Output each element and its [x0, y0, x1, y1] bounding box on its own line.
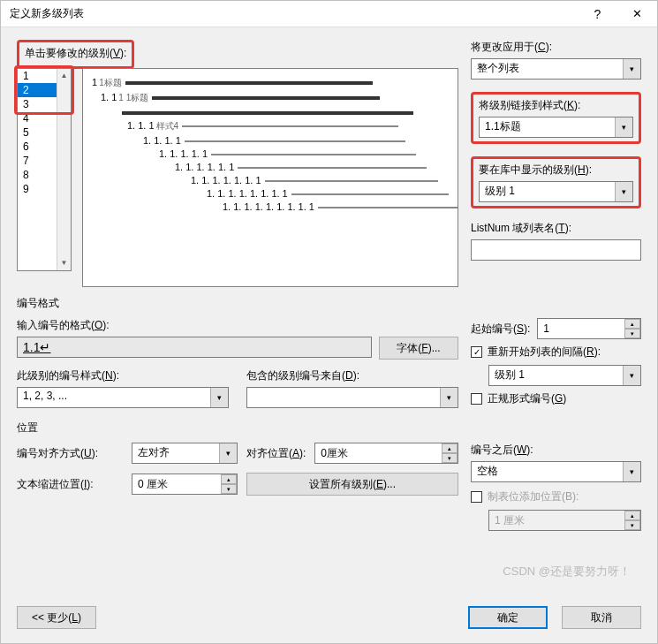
tab-stop-label: 制表位添加位置(B): [488, 489, 579, 504]
align-at-input[interactable] [314, 443, 458, 464]
restart-label: 重新开始列表的间隔(R): [488, 345, 601, 360]
number-style-select[interactable]: 1, 2, 3, ... [17, 387, 229, 408]
position-section-label: 位置 [17, 420, 641, 436]
chevron-down-icon[interactable]: ▾ [219, 443, 237, 463]
legal-label: 正规形式编号(G) [488, 391, 566, 406]
number-format-input[interactable] [17, 337, 372, 358]
text-indent-label: 文本缩进位置(I): [17, 477, 123, 492]
preview-line [92, 107, 449, 117]
preview-line: 1. 11 1标题 [92, 92, 449, 104]
level-listbox[interactable]: 123456789 ▲ ▼ [17, 68, 72, 271]
checkbox-icon [471, 393, 482, 405]
checkbox-icon [471, 491, 482, 503]
listnum-label: ListNum 域列表名(T): [471, 221, 641, 236]
preview-line: 1. 1. 1. 1. 1. 1. 1. 1. 1 [92, 201, 449, 212]
link-style-select[interactable]: 1.1标题 [479, 117, 633, 138]
dialog-define-multilevel-list: 定义新多级列表 ? ✕ 单击要修改的级别(V): 123456789 ▲ [0, 0, 658, 644]
chevron-down-icon[interactable]: ▾ [623, 366, 640, 385]
chevron-down-icon[interactable]: ▾ [615, 182, 632, 201]
dialog-title: 定义新多级列表 [10, 6, 578, 21]
click-level-label: 单击要修改的级别(V): [25, 46, 126, 61]
include-from-label: 包含的级别编号来自(D): [246, 368, 458, 383]
number-format-section-label: 编号格式 [17, 296, 641, 311]
number-style-label: 此级别的编号样式(N): [17, 368, 229, 383]
preview-line: 11标题 [92, 77, 449, 89]
chevron-down-icon[interactable]: ▾ [210, 388, 228, 407]
show-in-gallery-label: 要在库中显示的级别(H): [479, 163, 633, 178]
preview-line: 1. 1. 1. 1. 1. 1. 1 [92, 175, 449, 186]
legal-format-checkbox[interactable]: 正规形式编号(G) [471, 391, 641, 406]
include-from-select[interactable] [246, 387, 458, 408]
align-at-label: 对齐位置(A): [246, 446, 306, 461]
set-all-levels-button[interactable]: 设置所有级别(E)... [246, 473, 458, 496]
restart-list-checkbox[interactable]: ✓ 重新开始列表的间隔(R): [471, 345, 641, 360]
help-button[interactable]: ? [578, 1, 617, 27]
link-style-label: 将级别链接到样式(K): [479, 98, 633, 113]
font-button[interactable]: 字体(F)... [379, 337, 458, 360]
preview-line: 1. 1. 1. 1. 1. 1 [92, 162, 449, 172]
spinner-buttons[interactable]: ▴▾ [221, 474, 237, 494]
chevron-down-icon[interactable]: ▾ [615, 117, 632, 137]
tab-stop-checkbox[interactable]: 制表位添加位置(B): [471, 489, 641, 504]
follow-number-select[interactable]: 空格 [471, 461, 641, 482]
spinner-buttons: ▴▾ [624, 511, 640, 530]
preview-line: 1. 1. 1. 1. 1. 1. 1. 1 [92, 188, 449, 199]
scrollbar[interactable]: ▲ ▼ [57, 69, 71, 270]
titlebar: 定义新多级列表 ? ✕ [1, 1, 657, 27]
scroll-up-icon[interactable]: ▲ [57, 69, 71, 83]
close-button[interactable]: ✕ [617, 1, 657, 27]
start-at-label: 起始编号(S): [471, 322, 530, 337]
apply-to-label: 将更改应用于(C): [471, 40, 641, 55]
apply-to-select[interactable]: 整个列表 [471, 58, 641, 80]
chevron-down-icon[interactable]: ▾ [440, 388, 458, 407]
preview-line: 1. 1. 1样式4 [92, 120, 449, 133]
restart-level-select[interactable]: 级别 1 [488, 365, 641, 386]
spinner-buttons[interactable]: ▴▾ [442, 443, 458, 463]
preview-line: 1. 1. 1. 1. 1 [92, 148, 449, 159]
cancel-button[interactable]: 取消 [562, 606, 641, 629]
chevron-down-icon[interactable]: ▾ [623, 59, 640, 79]
chevron-down-icon[interactable]: ▾ [623, 462, 640, 481]
list-preview: 11标题1. 11 1标题1. 1. 1样式41. 1. 1. 11. 1. 1… [82, 68, 458, 287]
scroll-down-icon[interactable]: ▼ [57, 256, 71, 270]
ok-button[interactable]: 确定 [468, 606, 548, 629]
align-label: 编号对齐方式(U): [17, 446, 123, 461]
spinner-buttons[interactable]: ▴▾ [624, 319, 640, 338]
show-in-gallery-select[interactable]: 级别 1 [479, 181, 633, 202]
listnum-input[interactable] [471, 239, 641, 261]
enter-format-label: 输入编号的格式(O): [17, 318, 458, 333]
preview-line: 1. 1. 1. 1 [92, 135, 449, 146]
checkbox-icon: ✓ [471, 346, 482, 358]
watermark: CSDN @还是要努力呀！ [503, 564, 631, 580]
tab-stop-input [488, 510, 641, 531]
follow-number-label: 编号之后(W): [471, 443, 641, 458]
less-button[interactable]: << 更少(L) [17, 606, 96, 629]
